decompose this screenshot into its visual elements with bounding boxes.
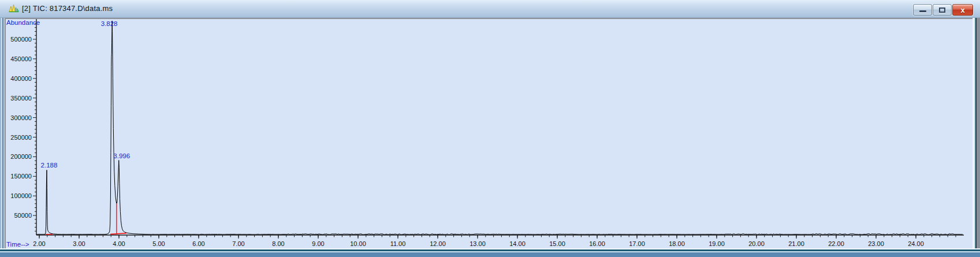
svg-text:22.00: 22.00 <box>828 240 844 247</box>
svg-text:3.996: 3.996 <box>113 152 130 159</box>
svg-text:2.00: 2.00 <box>33 240 45 247</box>
chromatogram-app-icon <box>9 3 19 14</box>
svg-text:150000: 150000 <box>10 173 32 180</box>
svg-text:250000: 250000 <box>10 134 32 141</box>
x-axis-ticks: 2.003.004.005.006.007.008.009.0010.0011.… <box>33 235 956 247</box>
chromatogram-plot[interactable]: 5000010000015000020000025000030000035000… <box>6 19 972 248</box>
svg-text:300000: 300000 <box>10 114 32 121</box>
window-title: [2] TIC: 817347.D\data.ms <box>22 4 113 13</box>
window-frame-left <box>0 18 5 248</box>
close-icon: x <box>953 5 972 15</box>
caption-buttons: x <box>913 4 973 16</box>
svg-text:50000: 50000 <box>14 212 32 219</box>
svg-text:18.00: 18.00 <box>669 240 685 247</box>
svg-text:Abundance: Abundance <box>6 19 40 26</box>
svg-text:100000: 100000 <box>10 192 32 199</box>
axes <box>36 19 964 235</box>
maximize-icon <box>939 8 945 13</box>
plot-panel: 5000010000015000020000025000030000035000… <box>5 18 972 248</box>
svg-text:500000: 500000 <box>10 36 32 43</box>
title-bar[interactable]: [2] TIC: 817347.D\data.ms x <box>0 0 980 18</box>
background-band <box>0 252 980 257</box>
close-button[interactable]: x <box>952 4 973 16</box>
svg-text:Time-->: Time--> <box>6 241 29 248</box>
svg-text:10.00: 10.00 <box>350 240 366 247</box>
peak-labels: 2.1883.8283.996 <box>41 20 131 169</box>
svg-text:4.00: 4.00 <box>113 240 125 247</box>
svg-text:24.00: 24.00 <box>908 240 924 247</box>
y-axis-ticks: 5000010000015000020000025000030000035000… <box>10 24 36 231</box>
svg-text:8.00: 8.00 <box>272 240 284 247</box>
integration-marks <box>46 203 126 234</box>
svg-text:450000: 450000 <box>10 55 32 62</box>
svg-text:11.00: 11.00 <box>390 240 406 247</box>
svg-text:6.00: 6.00 <box>192 240 204 247</box>
svg-text:12.00: 12.00 <box>430 240 446 247</box>
maximize-button[interactable] <box>933 4 952 16</box>
window-frame-right <box>972 18 980 248</box>
svg-text:23.00: 23.00 <box>868 240 884 247</box>
svg-text:2.188: 2.188 <box>41 162 58 169</box>
svg-text:7.00: 7.00 <box>232 240 244 247</box>
svg-text:19.00: 19.00 <box>709 240 725 247</box>
svg-text:20.00: 20.00 <box>748 240 765 247</box>
svg-text:200000: 200000 <box>10 153 32 160</box>
svg-text:3.00: 3.00 <box>73 240 85 247</box>
minimize-button[interactable] <box>913 4 932 16</box>
svg-text:400000: 400000 <box>10 75 32 82</box>
svg-text:21.00: 21.00 <box>788 240 804 247</box>
svg-text:13.00: 13.00 <box>469 240 486 247</box>
minimize-icon <box>919 10 926 12</box>
tic-trace <box>36 21 963 234</box>
svg-text:9.00: 9.00 <box>312 240 324 247</box>
svg-text:5.00: 5.00 <box>152 240 165 247</box>
svg-text:3.828: 3.828 <box>101 20 118 27</box>
svg-text:14.00: 14.00 <box>509 240 526 247</box>
svg-text:16.00: 16.00 <box>589 240 605 247</box>
svg-text:15.00: 15.00 <box>549 240 565 247</box>
svg-text:350000: 350000 <box>10 95 32 102</box>
svg-text:17.00: 17.00 <box>629 240 645 247</box>
chemstation-chromatogram-window: [2] TIC: 817347.D\data.ms x 500001000001… <box>0 0 980 257</box>
